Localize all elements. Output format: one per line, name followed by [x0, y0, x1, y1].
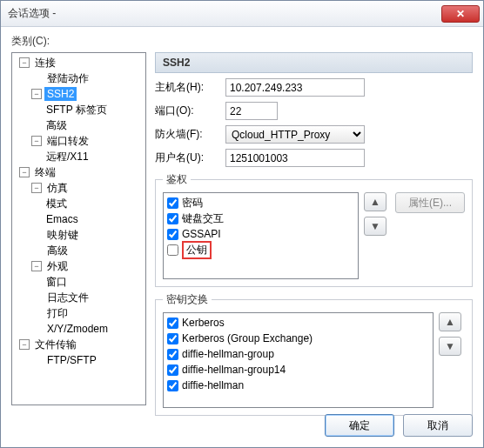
list-item[interactable]: Kerberos [165, 315, 431, 331]
port-label: 端口(O): [155, 104, 220, 118]
list-item[interactable]: 公钥 [165, 242, 356, 257]
list-item[interactable]: GSSAPI [165, 226, 356, 242]
cancel-button[interactable]: 取消 [403, 414, 473, 437]
list-item[interactable]: 键盘交互 [165, 211, 356, 226]
hostname-input[interactable] [225, 78, 365, 97]
kex-check[interactable] [167, 364, 178, 376]
username-label: 用户名(U): [155, 150, 220, 165]
list-item[interactable]: diffie-hellman-group [165, 346, 431, 362]
auth-check-keyboard[interactable] [167, 213, 178, 224]
tree-item-advanced[interactable]: 高级 [12, 117, 145, 133]
list-item[interactable]: diffie-hellman-group14 [165, 362, 431, 378]
collapse-icon[interactable]: − [19, 339, 30, 350]
collapse-icon[interactable]: − [31, 183, 42, 193]
collapse-icon[interactable]: − [31, 136, 42, 146]
ok-button[interactable]: 确定 [325, 414, 394, 437]
tree-item-port-forward[interactable]: −端口转发 [12, 133, 145, 149]
list-item[interactable]: Kerberos (Group Exchange) [165, 331, 431, 346]
collapse-icon[interactable]: − [19, 167, 30, 177]
kex-group: 密钥交换 Kerberos Kerberos (Group Exchange) … [155, 292, 473, 416]
window-title: 会话选项 - [8, 6, 441, 21]
triangle-up-icon: ▲ [445, 316, 455, 328]
tree-item-remote-x11[interactable]: 远程/X11 [12, 149, 145, 164]
category-tree[interactable]: −连接 登陆动作 −SSH2 SFTP 标签页 高级 −端口转发 远程/X11 … [11, 52, 146, 405]
tree-item-terminal[interactable]: −终端 [12, 164, 145, 180]
triangle-up-icon: ▲ [370, 196, 380, 208]
kex-check[interactable] [167, 333, 178, 344]
panel-title: SSH2 [155, 52, 473, 73]
move-down-button[interactable]: ▼ [439, 337, 461, 356]
tree-item-logfile[interactable]: 日志文件 [12, 290, 145, 305]
tree-item-mapkeys[interactable]: 映射键 [12, 227, 145, 243]
close-button[interactable]: ✕ [441, 5, 480, 23]
triangle-down-icon: ▼ [445, 340, 455, 352]
hostname-label: 主机名(H): [155, 80, 220, 95]
tree-item-advanced2[interactable]: 高级 [12, 243, 145, 258]
titlebar: 会话选项 - ✕ [1, 1, 483, 27]
tree-item-ssh2[interactable]: −SSH2 [12, 86, 145, 102]
tree-item-mode[interactable]: 模式 [12, 196, 145, 211]
move-down-button[interactable]: ▼ [364, 217, 387, 236]
tree-item-emulation[interactable]: −仿真 [12, 180, 145, 196]
tree-item-appearance[interactable]: −外观 [12, 258, 145, 274]
auth-listbox[interactable]: 密码 键盘交互 GSSAPI 公钥 [163, 192, 359, 279]
list-item[interactable]: diffie-hellman [165, 378, 431, 393]
tree-item-window[interactable]: 窗口 [12, 274, 145, 290]
collapse-icon[interactable]: − [31, 89, 42, 99]
kex-listbox[interactable]: Kerberos Kerberos (Group Exchange) diffi… [163, 312, 434, 408]
username-input[interactable] [225, 149, 365, 167]
move-up-button[interactable]: ▲ [364, 192, 387, 211]
move-up-button[interactable]: ▲ [439, 312, 461, 331]
dialog-footer: 确定 取消 [11, 405, 473, 437]
kex-check[interactable] [167, 380, 178, 391]
auth-check-gssapi[interactable] [167, 229, 178, 240]
publickey-highlight: 公钥 [182, 241, 212, 259]
tree-item-xyzmodem[interactable]: X/Y/Zmodem [12, 321, 145, 337]
category-label: 类别(C): [11, 34, 473, 49]
tree-item-emacs[interactable]: Emacs [12, 211, 145, 227]
properties-button: 属性(E)... [395, 192, 465, 213]
auth-check-password[interactable] [167, 197, 178, 209]
triangle-down-icon: ▼ [370, 220, 380, 232]
tree-item-login[interactable]: 登陆动作 [12, 70, 145, 86]
auth-check-publickey[interactable] [167, 244, 178, 256]
firewall-select[interactable]: Qcloud_HTTP_Proxy [225, 125, 365, 144]
port-input[interactable] [225, 102, 278, 120]
list-item[interactable]: 密码 [165, 195, 356, 211]
kex-check[interactable] [167, 349, 178, 360]
firewall-label: 防火墙(F): [155, 127, 220, 142]
settings-panel: SSH2 主机名(H): 端口(O): 防火墙(F): Qcloud_HTTP_… [155, 52, 473, 405]
tree-item-filetransfer[interactable]: −文件传输 [12, 337, 145, 352]
tree-item-connection[interactable]: −连接 [12, 55, 145, 70]
close-icon: ✕ [456, 8, 465, 20]
dialog-window: 会话选项 - ✕ 类别(C): −连接 登陆动作 −SSH2 SFTP 标签页 … [0, 0, 484, 448]
kex-check[interactable] [167, 318, 178, 329]
tree-item-ftpsftp[interactable]: FTP/SFTP [12, 352, 145, 368]
collapse-icon[interactable]: − [19, 57, 30, 68]
auth-group: 鉴权 密码 键盘交互 GSSAPI 公钥 ▲ ▼ [155, 172, 473, 287]
collapse-icon[interactable]: − [31, 261, 42, 271]
auth-legend: 鉴权 [163, 172, 191, 187]
kex-legend: 密钥交换 [163, 292, 212, 307]
tree-item-print[interactable]: 打印 [12, 305, 145, 321]
tree-item-sftp-tab[interactable]: SFTP 标签页 [12, 102, 145, 117]
